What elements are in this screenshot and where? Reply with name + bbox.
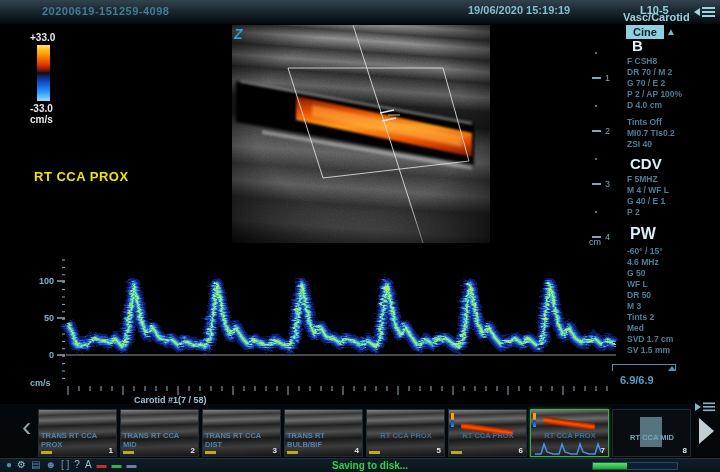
depth-mark-label: 1 xyxy=(605,73,610,83)
thumbnail-tag xyxy=(205,451,216,454)
settings-gear-icon[interactable]: ⚙ xyxy=(17,459,26,471)
thumbnail-label: RT CCA PROX xyxy=(451,432,525,441)
thumbnails-prev-icon[interactable]: ‹ xyxy=(22,412,31,442)
depth-mark-label: 4 xyxy=(605,232,610,242)
thumbnail-spectral-wave xyxy=(533,442,605,456)
send-to-review-icon[interactable] xyxy=(694,398,716,416)
pw-param: SV 1.5 mm xyxy=(627,345,673,356)
depth-minor-tick xyxy=(595,211,597,213)
thumbnail-number: 5 xyxy=(437,446,441,455)
cdv-param: M 4 / WF L xyxy=(627,185,669,196)
thumbnail-number: 2 xyxy=(191,446,195,455)
cdv-section-title: CDV xyxy=(630,155,662,172)
orientation-marker: Z xyxy=(233,26,243,42)
spectral-ytick-0: 0 xyxy=(34,350,54,360)
depth-minor-tick xyxy=(595,105,597,107)
menu-icon[interactable] xyxy=(694,5,716,19)
colorbar-unit: cm/s xyxy=(30,114,53,125)
pw-param: G 50 xyxy=(627,268,673,279)
record-indicator-icon[interactable]: ▬ xyxy=(97,459,107,471)
thumbnail-number: 8 xyxy=(683,446,687,455)
depth-mark-label: 2 xyxy=(605,126,610,136)
thumbnail-4[interactable]: TRANS RT BULB/BIF 4 xyxy=(284,409,363,457)
pw-param: M 3 xyxy=(627,301,673,312)
depth-minor-tick xyxy=(595,52,597,54)
colorbar-max-value: +33.0 xyxy=(30,32,55,43)
thumbnail-number: 3 xyxy=(273,446,277,455)
network-globe-icon[interactable]: ● xyxy=(6,459,12,471)
cine-loop-marker-icon xyxy=(668,366,676,371)
depth-minor-tick xyxy=(595,158,597,160)
pw-param: Tints 2 xyxy=(627,312,673,323)
pw-param: 4.6 MHz xyxy=(627,257,673,268)
image-archive-icon[interactable]: ▤ xyxy=(31,459,40,471)
annotation-label: RT CCA PROX xyxy=(34,169,129,184)
depth-major-tick xyxy=(592,130,601,132)
pw-parameters: -60° / 15°4.6 MHzG 50WF LDR 50M 3Tints 2… xyxy=(627,246,673,356)
color-doppler-scale xyxy=(37,45,50,101)
thumbnail-6[interactable]: RT CCA PROX 6 xyxy=(448,409,527,457)
thumbnail-tag xyxy=(287,451,298,454)
thumbnail-2[interactable]: TRANS RT CCA MID 2 xyxy=(120,409,199,457)
thumbnail-number: 6 xyxy=(519,446,523,455)
printer-icon[interactable]: ▬ xyxy=(127,459,137,471)
depth-major-tick xyxy=(592,77,601,79)
cine-up-arrow-icon[interactable]: ▲ xyxy=(666,26,676,37)
colorbar-min-value: -33.0 xyxy=(30,103,53,114)
thumbnail-number: 4 xyxy=(355,446,359,455)
thumbnail-label: RT CCA PROX xyxy=(369,432,443,441)
depth-ruler-unit: cm xyxy=(589,237,601,247)
thumbnail-3[interactable]: TRANS RT CCA DIST 3 xyxy=(202,409,281,457)
thumbnail-label: RT CCA MID xyxy=(615,434,689,443)
cdv-param: P 2 xyxy=(627,207,669,218)
cine-loop-time: 6.9/6.9 xyxy=(620,374,654,386)
b-mode-parameters: F CSH8DR 70 / M 2G 70 / E 2P 2 / AP 100%… xyxy=(627,56,682,111)
region-brackets-icon[interactable]: [ ] xyxy=(61,459,69,471)
b-param: P 2 / AP 100% xyxy=(627,89,682,100)
thumbnail-colorbar xyxy=(451,413,454,427)
system-tray: ●⚙▤☻[ ]?A▬▬▬ xyxy=(6,459,137,471)
thumbnail-label: TRANS RT CCA DIST xyxy=(205,432,269,449)
thumbnail-7-selected[interactable]: RT CCA PROX 7 xyxy=(530,409,609,457)
cdv-param: G 40 / E 1 xyxy=(627,196,669,207)
thumbnail-colorbar xyxy=(533,413,536,427)
thumbnail-placeholder xyxy=(640,417,662,447)
patient-id: 20200619-151259-4098 xyxy=(42,5,169,17)
thumbnail-label: TRANS RT CCA PROX xyxy=(41,432,105,449)
annotation-a-icon[interactable]: A xyxy=(85,459,92,471)
thumbnails-next-icon[interactable] xyxy=(699,418,714,444)
b-param: D 4.0 cm xyxy=(627,100,682,111)
spectral-ytick-50: 50 xyxy=(34,313,54,323)
ultrasound-screen: 20200619-151259-4098 19/06/2020 15:19:19… xyxy=(0,0,720,472)
b-mode-parameters-2: Tints OffMI0.7 TIs0.2ZSI 40 xyxy=(627,117,675,150)
b-mode-section-title: B xyxy=(632,37,643,54)
spectral-ytick-100: 100 xyxy=(34,276,54,286)
depth-ruler: 1234 xyxy=(592,45,618,245)
usb-indicator-icon[interactable]: ▬ xyxy=(112,459,122,471)
pw-section-title: PW xyxy=(630,225,656,243)
exam-preset[interactable]: Vasc/Carotid xyxy=(623,11,690,23)
thumbnail-tag xyxy=(369,451,380,454)
status-message: Saving to disk... xyxy=(332,460,408,471)
b-param: MI0.7 TIs0.2 xyxy=(627,128,675,139)
b-param: Tints Off xyxy=(627,117,675,128)
spectral-doppler-trace xyxy=(56,248,618,400)
bmode-image[interactable]: Z xyxy=(232,25,490,243)
b-param: DR 70 / M 2 xyxy=(627,67,682,78)
b-param: ZSI 40 xyxy=(627,139,675,150)
help-icon[interactable]: ? xyxy=(74,459,80,471)
thumbnail-tag xyxy=(41,451,52,454)
thumbnail-tag xyxy=(451,451,462,454)
thumbnail-8[interactable]: RT CCA MID 8 xyxy=(612,409,691,457)
spectral-unit: cm/s xyxy=(30,378,51,388)
thumbnail-5[interactable]: RT CCA PROX 5 xyxy=(366,409,445,457)
thumbnail-1[interactable]: TRANS RT CCA PROX 1 xyxy=(38,409,117,457)
depth-mark-label: 3 xyxy=(605,179,610,189)
thumbnail-label: RT CCA PROX xyxy=(533,432,607,441)
patient-icon[interactable]: ☻ xyxy=(45,459,56,471)
pw-param: SVD 1.7 cm xyxy=(627,334,673,345)
depth-major-tick xyxy=(592,183,601,185)
save-progress-bar xyxy=(592,462,678,470)
b-param: G 70 / E 2 xyxy=(627,78,682,89)
b-param: F CSH8 xyxy=(627,56,682,67)
